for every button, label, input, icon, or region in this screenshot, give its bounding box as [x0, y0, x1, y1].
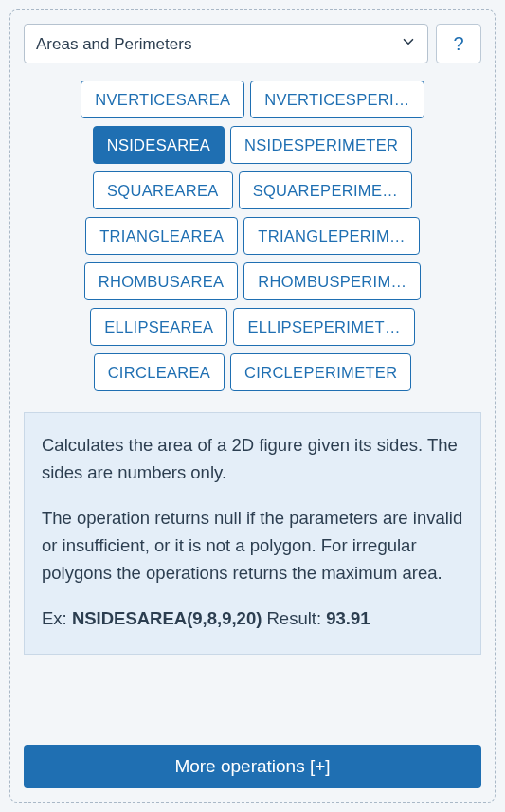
operation-button[interactable]: RHOMBUSPERIM… [243, 262, 421, 300]
description-line-2: The operation returns null if the parame… [42, 505, 463, 586]
example-result-value: 93.91 [326, 608, 370, 628]
category-select[interactable]: Areas and Perimeters [24, 24, 428, 63]
operations-grid: NVERTICESAREANVERTICESPERI…NSIDESAREANSI… [24, 81, 481, 391]
example-call: NSIDESAREA(9,8,9,20) [72, 608, 262, 628]
description-example: Ex: NSIDESAREA(9,8,9,20) Result: 93.91 [42, 605, 463, 633]
operation-button[interactable]: CIRCLEPERIMETER [230, 353, 411, 391]
operation-button[interactable]: NSIDESPERIMETER [230, 126, 412, 164]
operation-button[interactable]: SQUAREAREA [93, 171, 233, 209]
operation-button[interactable]: NVERTICESAREA [81, 81, 244, 118]
operation-button[interactable]: TRIANGLEAREA [85, 217, 238, 255]
operation-button[interactable]: TRIANGLEPERIM… [243, 217, 419, 255]
operation-button[interactable]: SQUAREPERIME… [239, 171, 412, 209]
more-operations-button[interactable]: More operations [+] [24, 745, 481, 788]
operation-button[interactable]: ELLIPSEAREA [90, 308, 227, 346]
operation-button[interactable]: NVERTICESPERI… [250, 81, 424, 118]
operation-button[interactable]: RHOMBUSAREA [84, 262, 239, 300]
spacer [24, 655, 481, 731]
operations-panel: Areas and Perimeters ? NVERTICESAREANVER… [9, 9, 496, 803]
operation-button[interactable]: NSIDESAREA [93, 126, 225, 164]
description-line-1: Calculates the area of a 2D figure given… [42, 432, 463, 486]
description-box: Calculates the area of a 2D figure given… [24, 412, 481, 655]
operation-button[interactable]: ELLIPSEPERIMET… [233, 308, 414, 346]
example-result-prefix: Result: [262, 608, 326, 628]
operation-button[interactable]: CIRCLEAREA [94, 353, 225, 391]
help-button[interactable]: ? [436, 24, 481, 63]
top-row: Areas and Perimeters ? [24, 24, 481, 63]
example-prefix: Ex: [42, 608, 72, 628]
category-select-wrap: Areas and Perimeters [24, 24, 428, 63]
